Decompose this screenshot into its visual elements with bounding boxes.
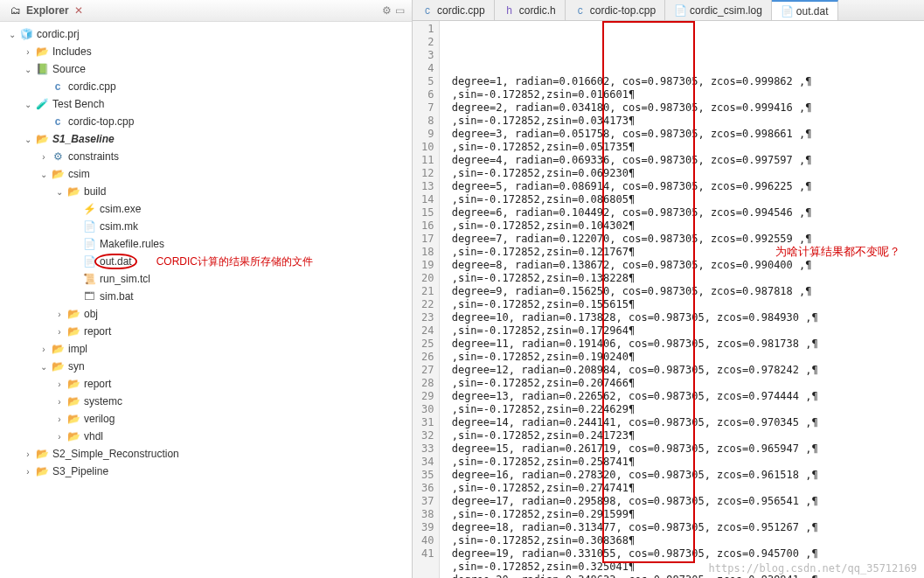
line-number: 19 (421, 259, 434, 272)
code-line[interactable]: degree=3, radian=0.051758, cos=0.987305,… (445, 128, 817, 141)
collapse-icon[interactable]: ⌄ (23, 135, 33, 144)
tree-item[interactable]: ⌄🧊cordic.prj (0, 25, 412, 43)
line-number: 5 (421, 75, 434, 88)
tree-item[interactable]: ›📂obj (0, 305, 412, 323)
tree-item[interactable]: ›⚙constraints (0, 148, 412, 165)
line-number: 8 (421, 115, 434, 128)
expand-icon[interactable]: › (38, 152, 49, 162)
expand-icon[interactable]: › (54, 327, 65, 337)
expand-icon[interactable]: › (38, 345, 49, 354)
code-line[interactable]: ,sin=-0.172852,zsin=0.104302¶ (445, 219, 817, 233)
tree-item[interactable]: ›📂report (0, 375, 412, 393)
code-line[interactable]: ,sin=-0.172852,zsin=0.258741¶ (445, 456, 817, 469)
tree-item[interactable]: ›📂report (0, 323, 412, 340)
code-line[interactable]: ,sin=-0.172852,zsin=0.121767¶ (445, 246, 817, 259)
code-line[interactable]: degree=5, radian=0.086914, cos=0.987305,… (445, 180, 817, 193)
collapse-icon[interactable]: ⌄ (7, 30, 17, 39)
code-line[interactable]: ,sin=-0.172852,zsin=0.274741¶ (445, 482, 817, 495)
code-line[interactable]: ,sin=-0.172852,zsin=0.207466¶ (445, 377, 817, 390)
tree-item[interactable]: ⚡csim.exe (0, 200, 412, 218)
code-line[interactable]: degree=18, radian=0.313477, cos=0.987305… (445, 521, 817, 534)
editor-tab[interactable]: ccordic.cpp (413, 0, 495, 20)
tree-item[interactable]: ccordic-top.cpp (0, 113, 412, 130)
editor-tab[interactable]: 📄cordic_csim.log (665, 0, 772, 20)
code-line[interactable]: ,sin=-0.172852,zsin=0.190240¶ (445, 351, 817, 364)
code-line[interactable]: degree=4, radian=0.069336, cos=0.987305,… (445, 154, 817, 167)
tree-item[interactable]: 📄csim.mk (0, 218, 412, 235)
code-line[interactable]: degree=6, radian=0.104492, cos=0.987305,… (445, 206, 817, 219)
code-line[interactable]: degree=9, radian=0.156250, cos=0.987305,… (445, 285, 817, 298)
tree-item[interactable]: 📄out.datCORDIC计算的结果所存储的文件 (0, 253, 412, 270)
code-line[interactable]: degree=13, radian=0.226562, cos=0.987305… (445, 390, 817, 403)
code-line[interactable]: degree=1, radian=0.016602, cos=0.987305,… (445, 75, 817, 88)
code-line[interactable]: ,sin=-0.172852,zsin=0.224629¶ (445, 403, 817, 416)
collapse-icon[interactable]: ⌄ (23, 100, 33, 109)
code-line[interactable]: degree=16, radian=0.278320, cos=0.987305… (445, 469, 817, 482)
tree-item[interactable]: ⌄📗Source (0, 60, 412, 78)
line-number: 33 (421, 442, 434, 456)
expand-icon[interactable]: › (54, 380, 65, 389)
tree-item[interactable]: 📜run_sim.tcl (0, 270, 412, 288)
minimize-icon[interactable]: ▭ (395, 4, 405, 17)
code-line[interactable]: ,sin=-0.172852,zsin=0.034173¶ (445, 115, 817, 128)
code-line[interactable]: degree=10, radian=0.173828, cos=0.987305… (445, 311, 817, 324)
tab-label: cordic.h (519, 4, 556, 17)
tree-item[interactable]: 🗔sim.bat (0, 288, 412, 305)
tree-item[interactable]: ccordic.cpp (0, 78, 412, 95)
expand-icon[interactable]: › (23, 467, 33, 477)
tree-item[interactable]: ›📂impl (0, 340, 412, 358)
line-number: 30 (421, 403, 434, 416)
code-line[interactable]: degree=12, radian=0.208984, cos=0.987305… (445, 364, 817, 377)
code-line[interactable]: degree=17, radian=0.295898, cos=0.987305… (445, 495, 817, 508)
fld-icon: 📂 (66, 394, 80, 408)
code-line[interactable]: degree=14, radian=0.244141, cos=0.987305… (445, 416, 817, 429)
expand-icon[interactable]: › (23, 47, 33, 57)
code-line[interactable]: ,sin=-0.172852,zsin=0.086805¶ (445, 193, 817, 206)
code-line[interactable]: degree=2, radian=0.034180, cos=0.987305,… (445, 101, 817, 115)
expand-icon[interactable]: › (54, 397, 65, 407)
code-line[interactable]: degree=7, radian=0.122070, cos=0.987305,… (445, 233, 817, 246)
code-line[interactable]: ,sin=-0.172852,zsin=0.308368¶ (445, 534, 817, 547)
code-line[interactable]: ,sin=-0.172852,zsin=0.172964¶ (445, 324, 817, 338)
tree-item[interactable]: ⌄📂S1_Baseline (0, 130, 412, 148)
tree-item[interactable]: ›📂S2_Simple_Reconstruction (0, 445, 412, 463)
code-line[interactable]: degree=19, radian=0.331055, cos=0.987305… (445, 547, 817, 561)
collapse-icon[interactable]: ⌄ (38, 170, 49, 179)
collapse-icon[interactable]: ⌄ (38, 362, 49, 372)
tree-item[interactable]: ›📂Includes (0, 43, 412, 60)
tree-item[interactable]: ⌄📂syn (0, 358, 412, 375)
code-line[interactable]: degree=15, radian=0.261719, cos=0.987305… (445, 442, 817, 456)
editor-tab[interactable]: 📄out.dat (772, 0, 838, 20)
tree-item-label: csim (68, 168, 90, 180)
collapse-icon[interactable]: ⌄ (23, 65, 33, 74)
tree-item[interactable]: ›📂vhdl (0, 428, 412, 445)
code-line[interactable]: ,sin=-0.172852,zsin=0.291599¶ (445, 508, 817, 521)
tree-item[interactable]: ⌄📂build (0, 183, 412, 200)
src-icon: 📗 (35, 62, 49, 76)
tree-item[interactable]: ›📂systemc (0, 393, 412, 410)
code-line[interactable]: degree=11, radian=0.191406, cos=0.987305… (445, 338, 817, 351)
close-view-icon[interactable]: ✕ (74, 4, 83, 17)
expand-icon[interactable]: › (54, 310, 65, 319)
tree-item[interactable]: ⌄📂csim (0, 165, 412, 183)
code-line[interactable]: ,sin=-0.172852,zsin=0.051735¶ (445, 141, 817, 154)
expand-icon[interactable]: › (54, 432, 65, 442)
code-line[interactable]: ,sin=-0.172852,zsin=0.138228¶ (445, 272, 817, 285)
tree-item[interactable]: ›📂verilog (0, 410, 412, 428)
editor-tab[interactable]: ccordic-top.cpp (566, 0, 665, 20)
editor-code[interactable]: 为啥计算结果都不变呢？ degree=1, radian=0.016602, c… (440, 21, 823, 578)
code-line[interactable]: ,sin=-0.172852,zsin=0.016601¶ (445, 88, 817, 101)
tree-item[interactable]: ⌄🧪Test Bench (0, 95, 412, 113)
expand-icon[interactable]: › (54, 414, 65, 424)
code-line[interactable]: ,sin=-0.172852,zsin=0.069230¶ (445, 167, 817, 180)
tree-item[interactable]: 📄Makefile.rules (0, 235, 412, 253)
project-tree[interactable]: ⌄🧊cordic.prj›📂Includes⌄📗Sourceccordic.cp… (0, 22, 412, 578)
expand-icon[interactable]: › (23, 449, 33, 459)
code-line[interactable]: degree=8, radian=0.138672, cos=0.987305,… (445, 259, 817, 272)
collapse-icon[interactable]: ⌄ (54, 187, 65, 197)
code-line[interactable]: ,sin=-0.172852,zsin=0.241723¶ (445, 429, 817, 442)
editor-tab[interactable]: hcordic.h (495, 0, 566, 20)
code-line[interactable]: ,sin=-0.172852,zsin=0.155615¶ (445, 298, 817, 311)
view-menu-icon[interactable]: ⚙ (382, 4, 392, 17)
tree-item[interactable]: ›📂S3_Pipeline (0, 463, 412, 480)
